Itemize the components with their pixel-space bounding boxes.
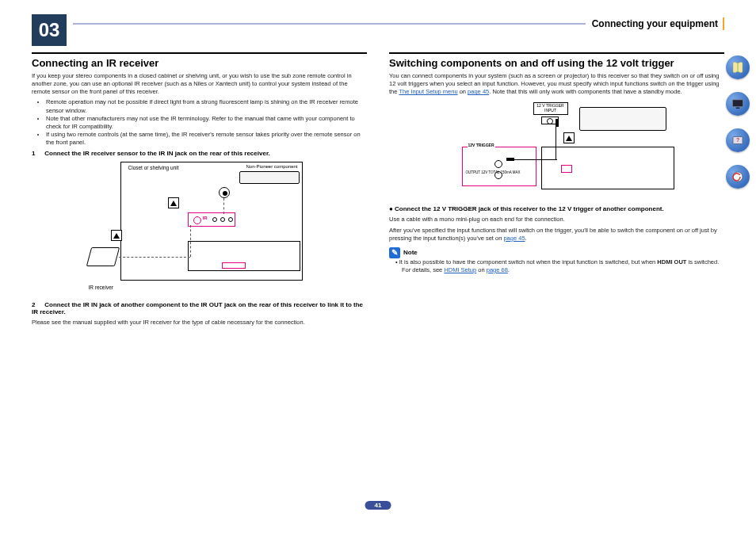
section-heading-ir: Connecting an IR receiver	[32, 57, 367, 69]
step-text: Connect the IR IN jack of another compon…	[32, 301, 363, 315]
header-rule	[73, 23, 586, 25]
diagram-ir-wiring: Closet or shelving unit Non-Pioneer comp…	[89, 162, 311, 296]
svg-rect-1	[732, 100, 743, 107]
link-input-setup-menu[interactable]: The Input Setup menu	[399, 88, 457, 95]
note-icon: ✎	[389, 247, 400, 258]
header-separator	[723, 17, 724, 30]
intro-text: You can connect components in your syste…	[389, 72, 724, 96]
diagram-label-component: Non-Pioneer component	[246, 163, 299, 170]
arrow-icon	[168, 197, 179, 208]
link-hdmi-setup[interactable]: HDMI Setup	[444, 266, 476, 273]
svg-rect-2	[736, 108, 740, 109]
book-icon[interactable]	[726, 55, 750, 79]
step-connect-trigger: Connect the 12 V TRIGGER jack of this re…	[389, 205, 724, 212]
step-text: Connect the IR receiver sensor to the IR…	[44, 150, 270, 157]
diagram-label-shelf: Closet or shelving unit	[128, 165, 179, 170]
step-1: 1 Connect the IR receiver sensor to the …	[32, 150, 367, 157]
page-number: 41	[365, 501, 391, 510]
section-rule	[32, 52, 367, 54]
link-page-45[interactable]: page 45	[503, 235, 525, 242]
arrow-icon	[111, 230, 122, 241]
intro-text: If you keep your stereo components in a …	[32, 72, 367, 96]
header-title: Connecting your equipment	[592, 18, 718, 29]
step-detail: Use a cable with a mono mini-plug on eac…	[389, 216, 724, 224]
bullet-item: Note that other manufacturers may not us…	[46, 115, 367, 131]
svg-text:?: ?	[736, 137, 739, 143]
note-label: Note	[403, 249, 418, 256]
diagram-label-ir-receiver: IR receiver	[89, 285, 113, 290]
step-number: 1	[32, 150, 43, 157]
link-page-68[interactable]: page 68	[487, 266, 508, 273]
back-icon[interactable]	[726, 165, 750, 189]
step-text: Connect the 12 V TRIGGER jack of this re…	[389, 205, 664, 212]
step-detail: After you've specified the input functio…	[389, 227, 724, 243]
diagram-trigger-wiring: 12 V TRIGGER INPUT 12V TRIGGER OUTPUT 12…	[438, 102, 676, 197]
help-icon[interactable]: ?	[726, 128, 750, 152]
arrow-icon	[563, 132, 575, 143]
link-page-45[interactable]: page 45	[468, 88, 489, 95]
section-heading-trigger: Switching components on and off using th…	[389, 57, 724, 69]
step-number: 2	[32, 301, 43, 308]
diagram-ir-jack: IR	[188, 212, 235, 227]
step-detail: Please see the manual supplied with your…	[32, 319, 367, 327]
section-rule	[389, 52, 724, 54]
diagram-trigger-jack: 12V TRIGGER OUTPUT 12V TOTAL 150mA MAX	[462, 147, 536, 186]
chapter-number: 03	[32, 14, 67, 46]
note-text: It is also possible to have the componen…	[389, 258, 724, 274]
diagram-label-trigger-input: 12 V TRIGGER INPUT	[533, 102, 568, 115]
screen-icon[interactable]	[726, 92, 750, 116]
bullet-item: Remote operation may not be possible if …	[46, 98, 367, 114]
bullet-item: If using two remote controls (at the sam…	[46, 131, 367, 147]
step-2: 2 Connect the IR IN jack of another comp…	[32, 301, 367, 315]
bullet-list: Remote operation may not be possible if …	[32, 98, 367, 147]
